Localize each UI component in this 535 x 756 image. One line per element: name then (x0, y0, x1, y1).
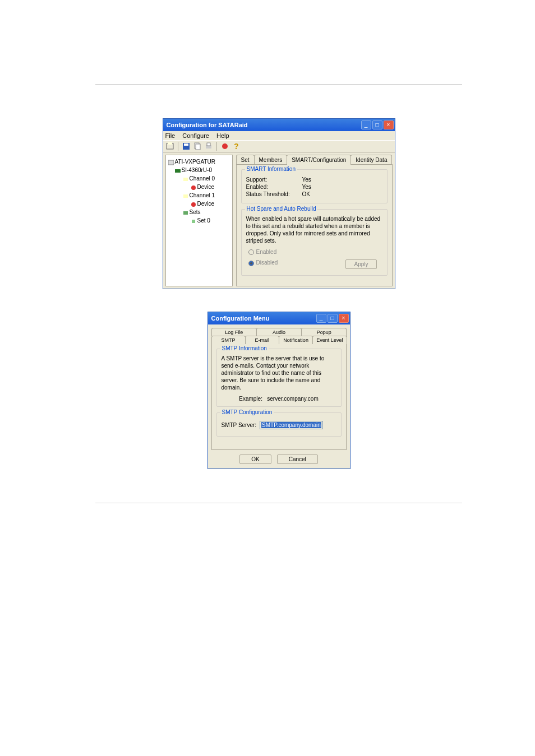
menu-help[interactable]: Help (216, 132, 229, 139)
radio-enabled[interactable] (248, 249, 254, 255)
svg-rect-12 (183, 178, 188, 181)
svg-rect-7 (207, 143, 210, 146)
example-label: Example: (239, 396, 262, 402)
save-icon[interactable] (182, 142, 191, 151)
device-tree[interactable]: ATI-VXPGATUR SI-4360rU-0 Channel 0 Devic… (165, 155, 233, 286)
svg-rect-16 (183, 211, 188, 215)
tab-email[interactable]: E-mail (245, 336, 279, 344)
toolbar-icon[interactable] (165, 142, 174, 151)
close-button[interactable]: × (384, 120, 394, 129)
svg-rect-10 (168, 160, 174, 165)
titlebar: Configuration Menu _ □ × (208, 312, 350, 324)
smtp-server-label: SMTP Server: (222, 422, 257, 428)
tree-sets[interactable]: Sets (167, 208, 231, 216)
example-value: server.company.com (267, 396, 319, 402)
tab-set[interactable]: Set (236, 155, 255, 164)
hotspare-group: Hot Spare and Auto Rebuild When enabled … (241, 209, 388, 276)
tab-logfile[interactable]: Log File (211, 328, 257, 336)
smtp-config-group: SMTP Configuration SMTP Server: SMTP.com… (216, 412, 342, 437)
svg-point-15 (191, 202, 196, 207)
minimize-button[interactable]: _ (316, 314, 326, 323)
smart-info-legend: SMART Information (245, 166, 297, 172)
hotspare-desc: When enabled a hot spare will automatica… (246, 215, 382, 244)
support-value: Yes (302, 177, 311, 183)
tab-eventlevel[interactable]: Event Level (312, 336, 347, 344)
svg-text:?: ? (234, 142, 239, 151)
maximize-button[interactable]: □ (328, 314, 338, 323)
tree-device0[interactable]: Device (167, 183, 231, 191)
menu-file[interactable]: File (165, 132, 176, 139)
svg-point-13 (191, 185, 196, 190)
titlebar: Configuration for SATARaid _ □ × (163, 119, 395, 131)
tab-notification[interactable]: Notification (279, 336, 313, 344)
window-title: Configuration for SATARaid (167, 122, 248, 128)
svg-rect-3 (184, 143, 188, 146)
copy-icon[interactable] (193, 142, 202, 151)
tree-root[interactable]: ATI-VXPGATUR (167, 157, 231, 166)
smtp-config-legend: SMTP Configuration (220, 409, 274, 415)
threshold-label: Status Threshold: (246, 191, 302, 197)
print-icon[interactable] (204, 142, 213, 151)
tab-members[interactable]: Members (254, 155, 288, 164)
tree-controller[interactable]: SI-4360rU-0 (167, 166, 231, 174)
maximize-button[interactable]: □ (372, 120, 382, 129)
smart-info-group: SMART Information Support:Yes Enabled:Ye… (241, 169, 388, 203)
minimize-button[interactable]: _ (361, 120, 371, 129)
sataraid-config-window: Configuration for SATARaid _ □ × File Co… (163, 118, 395, 289)
svg-rect-1 (168, 142, 172, 145)
tree-channel1[interactable]: Channel 1 (167, 191, 231, 200)
svg-point-8 (222, 143, 228, 149)
window-title: Configuration Menu (211, 315, 270, 322)
enabled-value: Yes (302, 184, 311, 190)
radio-disabled[interactable] (248, 261, 254, 266)
support-label: Support: (246, 177, 302, 183)
threshold-value: OK (302, 191, 310, 197)
svg-rect-5 (196, 144, 200, 150)
svg-rect-14 (183, 194, 188, 198)
cancel-button[interactable]: Cancel (277, 454, 318, 464)
config-menu-window: Configuration Menu _ □ × Log File Audio … (207, 312, 350, 469)
tab-identity[interactable]: Identity Data (350, 155, 392, 164)
tree-set0[interactable]: Set 0 (167, 216, 231, 225)
apply-button[interactable]: Apply (345, 259, 376, 269)
smtp-server-input[interactable]: SMTP.company.domain (260, 421, 323, 429)
tree-channel0[interactable]: Channel 0 (167, 174, 231, 183)
hotspare-legend: Hot Spare and Auto Rebuild (245, 206, 318, 212)
tab-popup[interactable]: Popup (301, 328, 347, 336)
close-button[interactable]: × (339, 314, 349, 323)
smtp-info-text: A SMTP server is the server that is use … (222, 355, 336, 391)
svg-rect-11 (175, 169, 181, 173)
tree-device1[interactable]: Device (167, 200, 231, 208)
menubar: File Configure Help (163, 131, 395, 140)
help-icon[interactable]: ? (232, 142, 241, 151)
settings-icon[interactable] (220, 142, 229, 151)
smtp-info-legend: SMTP Information (220, 345, 269, 351)
menu-configure[interactable]: Configure (182, 132, 209, 139)
tab-smart[interactable]: SMART/Configuration (287, 155, 351, 164)
smtp-info-group: SMTP Information A SMTP server is the se… (216, 349, 342, 407)
toolbar: ? (163, 140, 395, 152)
ok-button[interactable]: OK (239, 454, 271, 464)
svg-rect-17 (192, 220, 195, 223)
enabled-label: Enabled: (246, 184, 302, 190)
tab-audio[interactable]: Audio (256, 328, 302, 336)
tab-smtp[interactable]: SMTP (211, 336, 246, 344)
